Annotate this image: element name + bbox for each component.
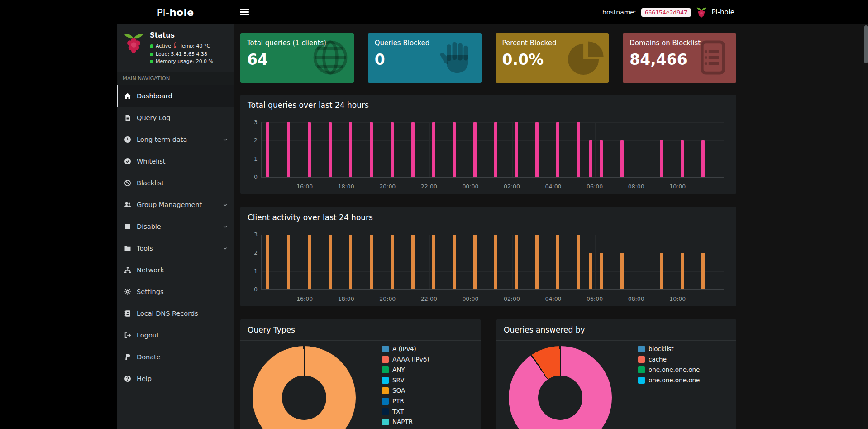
status-temp-label: Temp: 40 °C	[180, 43, 210, 49]
chart-bar	[411, 122, 415, 177]
sidebar-item-network[interactable]: Network	[117, 259, 234, 281]
legend-label: ANY	[392, 366, 405, 373]
app-logo[interactable]: Pi-hole	[117, 0, 234, 24]
x-tick-label: 10:00	[669, 295, 686, 302]
sidebar-item-help[interactable]: Help	[117, 368, 234, 390]
chart-bar	[329, 235, 332, 289]
address-book-icon	[124, 310, 132, 317]
sign-out-icon	[124, 332, 132, 339]
folder-icon	[124, 245, 132, 252]
total-queries-chart: 012316:0018:0020:0022:0000:0002:0004:000…	[240, 116, 736, 194]
y-tick-label: 3	[240, 119, 258, 125]
sidebar-item-label: Whitelist	[137, 158, 165, 165]
network-icon	[124, 266, 132, 274]
sidebar-item-whitelist[interactable]: Whitelist	[117, 150, 234, 172]
legend-item-blocklist[interactable]: blocklist	[638, 345, 700, 352]
sidebar-item-tools[interactable]: Tools	[117, 237, 234, 259]
y-tick-label: 1	[240, 268, 258, 275]
sidebar-item-label: Blacklist	[137, 179, 164, 187]
sidebar-item-long-term-data[interactable]: Long term data	[117, 129, 234, 150]
x-tick-label: 16:00	[296, 295, 313, 302]
x-tick-label: 10:00	[669, 183, 686, 190]
sidebar-item-settings[interactable]: Settings	[117, 281, 234, 303]
hostname-label: hostname:	[602, 9, 636, 16]
chart-bar	[287, 235, 290, 289]
legend-item-one-one-one-one[interactable]: one.one.one.one	[638, 376, 700, 384]
gridline	[471, 235, 471, 289]
sidebar-item-group-management[interactable]: Group Management	[117, 194, 234, 216]
legend-swatch	[638, 346, 645, 352]
legend-item-txt[interactable]: TXT	[382, 408, 429, 415]
sidebar-item-logout[interactable]: Logout	[117, 324, 234, 346]
chart-plot-area	[261, 235, 724, 290]
x-tick-label: 18:00	[338, 183, 354, 190]
chart-bar	[515, 235, 518, 289]
hand-icon	[439, 39, 477, 77]
chart-bar	[681, 140, 684, 177]
card-percent-blocked[interactable]: Percent Blocked0.0%	[496, 33, 609, 83]
x-tick-label: 06:00	[587, 183, 603, 190]
chart-bar	[600, 140, 603, 177]
legend-swatch	[382, 408, 389, 415]
legend-item-one-one-one-one[interactable]: one.one.one.one	[638, 366, 700, 373]
legend-item-cache[interactable]: cache	[638, 356, 700, 363]
legend-item-aaaa-ipv6[interactable]: AAAA (IPv6)	[382, 356, 429, 363]
main-content: Total queries (1 clients)64Queries Block…	[234, 24, 863, 429]
panel-title: Total queries over last 24 hours	[240, 95, 736, 116]
chart-bar	[453, 235, 456, 289]
paypal-icon	[124, 353, 132, 361]
hamburger-bar	[240, 11, 249, 13]
chart-bar	[308, 122, 311, 177]
hostname-badge: 666154e2d947	[641, 8, 691, 17]
chart-bar	[308, 235, 311, 289]
sidebar-toggle-button[interactable]	[240, 9, 249, 15]
sidebar-item-dashboard[interactable]: Dashboard	[117, 85, 234, 107]
chart-bar	[473, 235, 477, 289]
panel-client-activity: Client activity over last 24 hours 01231…	[240, 207, 736, 306]
sidebar-item-donate[interactable]: Donate	[117, 346, 234, 368]
card-queries-blocked[interactable]: Queries Blocked0	[368, 33, 482, 83]
legend-item-a-ipv4[interactable]: A (IPv4)	[382, 345, 429, 352]
sidebar-item-local-dns-records[interactable]: Local DNS Records	[117, 303, 234, 324]
chart-bar	[620, 140, 624, 177]
chart-bar	[681, 253, 684, 289]
y-tick-label: 0	[240, 286, 258, 293]
status-load-label: Load: 5.41 5.65 4.38	[156, 51, 207, 57]
legend-item-any[interactable]: ANY	[382, 366, 429, 373]
hamburger-bar	[240, 14, 249, 15]
legend-label: SRV	[392, 376, 404, 384]
chart-bar	[589, 140, 592, 177]
status-memory-label: Memory usage: 20.0 %	[156, 58, 213, 64]
gridline	[595, 122, 596, 177]
card-domains-on-blocklist[interactable]: Domains on Blocklist84,466	[623, 33, 736, 83]
scrollbar-thumb[interactable]	[864, 25, 868, 63]
legend-swatch	[382, 366, 389, 373]
sidebar-item-query-log[interactable]: Query Log	[117, 107, 234, 129]
sidebar-item-disable[interactable]: Disable	[117, 216, 234, 237]
legend-item-ptr[interactable]: PTR	[382, 397, 429, 405]
chart-bar	[577, 235, 580, 289]
chart-bar	[266, 122, 269, 177]
bottom-row: Query Types A (IPv4)AAAA (IPv6)ANYSRVSOA…	[240, 319, 736, 429]
query-types-donut	[253, 346, 356, 429]
x-tick-label: 18:00	[338, 295, 354, 302]
sidebar-item-label: Group Management	[137, 201, 202, 208]
legend-label: NAPTR	[392, 418, 413, 425]
legend-item-soa[interactable]: SOA	[382, 387, 429, 394]
sidebar-item-blacklist[interactable]: Blacklist	[117, 172, 234, 194]
gridline	[512, 122, 513, 177]
sidebar-item-label: Disable	[137, 223, 161, 230]
legend-item-naptr[interactable]: NAPTR	[382, 418, 429, 425]
sidebar-item-label: Query Log	[137, 114, 171, 121]
legend-item-srv[interactable]: SRV	[382, 376, 429, 384]
card-total-queries-1-clients[interactable]: Total queries (1 clients)64	[240, 33, 354, 83]
chart-bar	[287, 122, 290, 177]
donut-hole	[538, 376, 582, 420]
x-tick-label: 04:00	[545, 183, 562, 190]
status-line-load: Load: 5.41 5.65 4.38	[150, 51, 213, 57]
gridline	[512, 235, 513, 289]
home-icon	[124, 92, 132, 100]
chart-bar	[391, 235, 394, 289]
chart-bar	[620, 253, 624, 289]
chart-bar	[349, 122, 352, 177]
